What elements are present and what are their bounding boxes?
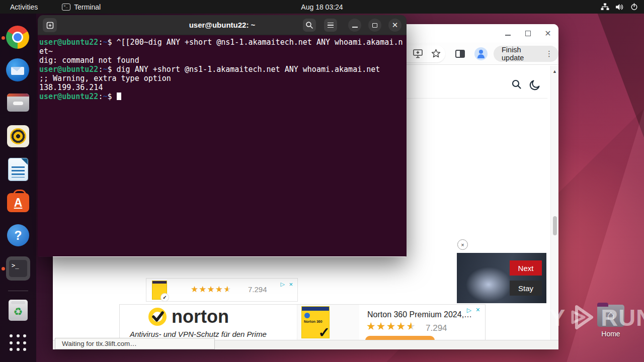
video-ad-next-button[interactable]: Next xyxy=(510,260,542,276)
norton-check-icon xyxy=(147,307,168,327)
terminal-text: user@ubuntu22 xyxy=(39,65,98,74)
ad-tagline: Antivirus- und VPN-Schutz für den Prime xyxy=(130,330,267,338)
scrollbar-thumb[interactable] xyxy=(553,216,557,235)
terminal-line: user@ubuntu22:~$ ^[[200~dig ANY +short @… xyxy=(39,38,406,47)
dock-item-thunderbird[interactable] xyxy=(6,58,30,82)
rating-value: 7.294 xyxy=(248,285,267,294)
profile-avatar[interactable] xyxy=(474,47,488,60)
terminal-menu-button[interactable] xyxy=(324,19,337,32)
terminal-window: user@ubuntu22: ~ ✕ user@ubuntu22:~$ ^[[2… xyxy=(38,15,407,257)
terminal-text: dig: command not found xyxy=(39,56,139,65)
clock[interactable]: Aug 18 03:24 xyxy=(301,3,343,11)
product-image-cell: Norton 360 ✓ xyxy=(297,305,359,340)
status-bar: Waiting for tlx.3lift.com… xyxy=(55,338,215,349)
side-panel-icon[interactable] xyxy=(455,50,465,58)
banner-ad-large[interactable]: norton Antivirus- und VPN-Schutz für den… xyxy=(119,304,486,340)
dock-item-rhythmbox[interactable] xyxy=(6,124,30,148)
power-icon xyxy=(630,3,638,11)
activities-button[interactable]: Activities xyxy=(10,3,38,11)
norton-box-badge xyxy=(304,313,310,318)
video-ad-image xyxy=(466,267,511,302)
terminal-maximize-button[interactable] xyxy=(368,19,381,32)
terminal-cursor xyxy=(117,93,121,100)
terminal-text: user@ubuntu22 xyxy=(39,92,98,101)
dock-item-app-grid[interactable] xyxy=(6,331,30,355)
dock-item-libreoffice[interactable] xyxy=(6,157,30,182)
norton-product-image xyxy=(152,281,167,300)
terminal-titlebar[interactable]: user@ubuntu22: ~ ✕ xyxy=(38,15,407,35)
terminal-text: 138.199.36.214 xyxy=(39,83,103,92)
dark-mode-moon-icon[interactable] xyxy=(529,78,541,91)
star-icon: ★ xyxy=(396,320,406,332)
terminal-text: $ xyxy=(107,92,116,101)
norton-360-box-image: Norton 360 ✓ xyxy=(301,306,330,338)
adchoices-icon[interactable]: ▷ xyxy=(281,281,285,288)
star-rating: ★★★★★ xyxy=(191,284,231,295)
terminal-screen-glyph: >_ xyxy=(9,260,27,277)
terminal-line: user@ubuntu22:~$ xyxy=(39,92,406,101)
terminal-text: et~ xyxy=(39,47,53,56)
system-tray[interactable] xyxy=(601,0,638,14)
video-ad-close-button[interactable]: × xyxy=(457,239,468,250)
rhythmbox-speaker-icon xyxy=(7,125,29,147)
dock-separator xyxy=(8,291,28,291)
ad-product-title[interactable]: Norton 360 Premium 2024,… xyxy=(367,310,472,319)
volume-icon xyxy=(616,4,624,11)
browser-close-button[interactable]: ✕ xyxy=(543,29,552,38)
dock-item-trash[interactable] xyxy=(6,298,30,322)
trash-icon xyxy=(9,300,28,321)
install-icon[interactable] xyxy=(413,49,423,58)
star-icon: ★ xyxy=(223,285,231,294)
dock-item-terminal[interactable]: >_ xyxy=(6,256,30,281)
norton-box-check: ✓ xyxy=(318,324,330,341)
terminal-line: dig: command not found xyxy=(39,56,406,65)
browser-menu-icon[interactable]: ⋮ xyxy=(545,49,553,58)
terminal-text: ^[[200~dig ANY +short @ns1-1.akamaitech.… xyxy=(117,38,403,47)
ad-close-icon[interactable]: × xyxy=(289,281,293,288)
terminal-minimize-button[interactable] xyxy=(348,19,361,32)
star-rating: ★★★★★ xyxy=(366,320,416,332)
desktop-home-shortcut[interactable]: Home xyxy=(595,305,626,338)
adchoices-icon[interactable]: ▷ xyxy=(467,307,471,314)
terminal-line: 138.199.36.214 xyxy=(39,83,406,92)
network-icon xyxy=(601,3,609,11)
star-icon: ★ xyxy=(199,285,207,294)
video-ad[interactable]: Next Stay xyxy=(457,253,546,303)
scroll-up-icon[interactable]: ▲ xyxy=(552,69,557,74)
dock-item-help[interactable]: ? xyxy=(6,223,30,247)
home-label: Home xyxy=(595,330,626,338)
hamburger-menu-icon xyxy=(328,23,334,28)
bookmark-star-icon[interactable] xyxy=(431,49,441,58)
files-folder-icon xyxy=(7,94,29,112)
terminal-line: user@ubuntu22:~$ dig ANY +short @ns1-1.a… xyxy=(39,65,406,74)
dock-item-ubuntu-software[interactable]: A xyxy=(6,190,30,214)
help-question-icon: ? xyxy=(7,224,29,246)
terminal-body[interactable]: user@ubuntu22:~$ ^[[200~dig ANY +short @… xyxy=(38,35,407,256)
dock: A ? >_ xyxy=(0,14,36,362)
top-bar: Activities >_ Terminal Aug 18 03:24 xyxy=(0,0,644,14)
terminal-text: $ xyxy=(107,38,116,47)
terminal-text: user@ubuntu22 xyxy=(39,38,98,47)
thunderbird-icon xyxy=(6,58,29,81)
video-ad-stay-button[interactable]: Stay xyxy=(510,281,542,296)
scrollbar[interactable]: ▲ xyxy=(550,66,558,349)
dock-item-files[interactable] xyxy=(6,91,30,115)
terminal-line: ;; Warning, extra type option xyxy=(39,74,406,83)
screen: ✕ Finish update ⋮ xyxy=(0,0,644,362)
browser-minimize-button[interactable] xyxy=(503,29,512,38)
browser-maximize-button[interactable] xyxy=(523,29,532,38)
ad-close-icon[interactable]: × xyxy=(476,306,480,314)
running-indicator xyxy=(2,36,5,40)
terminal-search-button[interactable] xyxy=(303,19,316,32)
focused-app-menu[interactable]: >_ Terminal xyxy=(62,3,101,11)
terminal-app-icon: >_ xyxy=(62,4,70,11)
terminal-text: ;; Warning, extra type option xyxy=(39,74,171,83)
home-folder-icon xyxy=(597,305,624,327)
banner-ad-small[interactable]: ★★★★★ 7.294 ▷ × xyxy=(146,278,298,302)
dock-item-chrome[interactable] xyxy=(6,26,30,50)
maximize-icon xyxy=(372,23,377,28)
finish-update-button[interactable]: Finish update ⋮ xyxy=(494,46,558,62)
terminal-line: et~ xyxy=(39,47,406,56)
terminal-close-button[interactable]: ✕ xyxy=(388,19,401,32)
search-icon[interactable] xyxy=(511,79,523,90)
